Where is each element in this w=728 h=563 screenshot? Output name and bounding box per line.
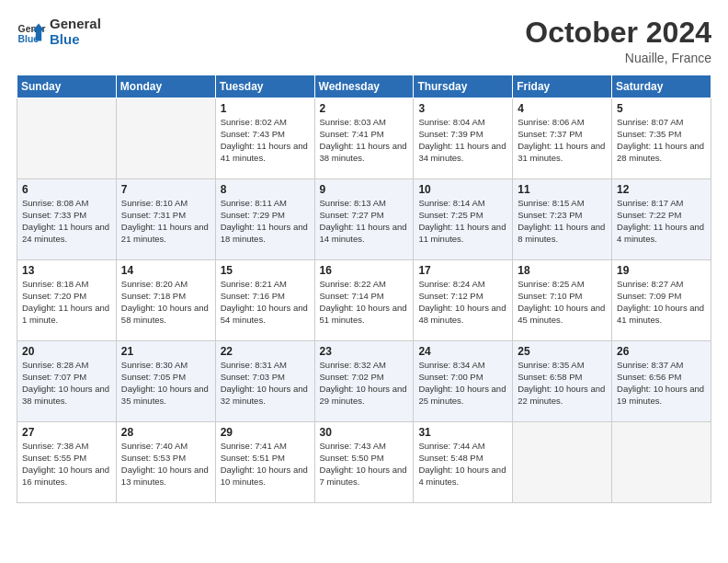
page: General Blue General Blue October 2024 N… bbox=[0, 0, 728, 563]
day-detail: Sunrise: 8:04 AM Sunset: 7:39 PM Dayligh… bbox=[418, 117, 507, 164]
calendar-week-row: 20Sunrise: 8:28 AM Sunset: 7:07 PM Dayli… bbox=[17, 341, 711, 422]
calendar-cell: 21Sunrise: 8:30 AM Sunset: 7:05 PM Dayli… bbox=[116, 341, 215, 422]
day-number: 14 bbox=[121, 264, 210, 277]
day-detail: Sunrise: 8:03 AM Sunset: 7:41 PM Dayligh… bbox=[320, 117, 409, 164]
calendar-cell: 25Sunrise: 8:35 AM Sunset: 6:58 PM Dayli… bbox=[513, 341, 612, 422]
weekday-row: SundayMondayTuesdayWednesdayThursdayFrid… bbox=[17, 75, 711, 98]
day-detail: Sunrise: 8:02 AM Sunset: 7:43 PM Dayligh… bbox=[221, 117, 310, 164]
day-number: 17 bbox=[418, 264, 507, 277]
day-number: 16 bbox=[320, 264, 409, 277]
day-detail: Sunrise: 7:41 AM Sunset: 5:51 PM Dayligh… bbox=[221, 441, 310, 488]
day-number: 25 bbox=[518, 345, 607, 358]
calendar-cell: 7Sunrise: 8:10 AM Sunset: 7:31 PM Daylig… bbox=[116, 179, 215, 260]
logo-blue: Blue bbox=[50, 32, 101, 48]
day-detail: Sunrise: 8:22 AM Sunset: 7:14 PM Dayligh… bbox=[320, 279, 409, 326]
day-number: 29 bbox=[221, 426, 310, 439]
calendar-cell: 4Sunrise: 8:06 AM Sunset: 7:37 PM Daylig… bbox=[513, 98, 612, 179]
day-detail: Sunrise: 8:25 AM Sunset: 7:10 PM Dayligh… bbox=[518, 279, 607, 326]
day-number: 2 bbox=[320, 102, 409, 115]
calendar-header: SundayMondayTuesdayWednesdayThursdayFrid… bbox=[17, 75, 711, 98]
day-number: 18 bbox=[518, 264, 607, 277]
calendar-cell: 8Sunrise: 8:11 AM Sunset: 7:29 PM Daylig… bbox=[215, 179, 314, 260]
calendar-cell: 28Sunrise: 7:40 AM Sunset: 5:53 PM Dayli… bbox=[116, 422, 215, 503]
day-number: 20 bbox=[22, 345, 111, 358]
calendar-cell: 24Sunrise: 8:34 AM Sunset: 7:00 PM Dayli… bbox=[414, 341, 513, 422]
weekday-header-wednesday: Wednesday bbox=[314, 75, 414, 98]
logo-general: General bbox=[50, 17, 101, 32]
calendar-cell bbox=[17, 98, 117, 179]
calendar-cell bbox=[612, 422, 711, 503]
calendar-cell: 18Sunrise: 8:25 AM Sunset: 7:10 PM Dayli… bbox=[513, 260, 612, 341]
calendar-cell: 29Sunrise: 7:41 AM Sunset: 5:51 PM Dayli… bbox=[215, 422, 314, 503]
day-detail: Sunrise: 8:10 AM Sunset: 7:31 PM Dayligh… bbox=[121, 198, 210, 245]
day-number: 15 bbox=[221, 264, 310, 277]
day-number: 12 bbox=[617, 183, 706, 196]
calendar-week-row: 1Sunrise: 8:02 AM Sunset: 7:43 PM Daylig… bbox=[17, 98, 711, 179]
day-number: 24 bbox=[418, 345, 507, 358]
day-detail: Sunrise: 8:14 AM Sunset: 7:25 PM Dayligh… bbox=[418, 198, 507, 245]
day-detail: Sunrise: 8:06 AM Sunset: 7:37 PM Dayligh… bbox=[518, 117, 607, 164]
day-number: 19 bbox=[617, 264, 706, 277]
day-number: 8 bbox=[221, 183, 310, 196]
day-detail: Sunrise: 8:24 AM Sunset: 7:12 PM Dayligh… bbox=[418, 279, 507, 326]
calendar-cell: 13Sunrise: 8:18 AM Sunset: 7:20 PM Dayli… bbox=[17, 260, 117, 341]
weekday-header-sunday: Sunday bbox=[17, 75, 117, 98]
calendar-cell: 10Sunrise: 8:14 AM Sunset: 7:25 PM Dayli… bbox=[414, 179, 513, 260]
day-number: 3 bbox=[418, 102, 507, 115]
calendar-cell: 22Sunrise: 8:31 AM Sunset: 7:03 PM Dayli… bbox=[215, 341, 314, 422]
day-detail: Sunrise: 8:11 AM Sunset: 7:29 PM Dayligh… bbox=[221, 198, 310, 245]
calendar-cell: 26Sunrise: 8:37 AM Sunset: 6:56 PM Dayli… bbox=[612, 341, 711, 422]
calendar-cell: 6Sunrise: 8:08 AM Sunset: 7:33 PM Daylig… bbox=[17, 179, 117, 260]
location-subtitle: Nuaille, France bbox=[525, 51, 711, 65]
calendar-cell: 17Sunrise: 8:24 AM Sunset: 7:12 PM Dayli… bbox=[414, 260, 513, 341]
day-detail: Sunrise: 8:15 AM Sunset: 7:23 PM Dayligh… bbox=[518, 198, 607, 245]
calendar-body: 1Sunrise: 8:02 AM Sunset: 7:43 PM Daylig… bbox=[17, 98, 711, 503]
day-detail: Sunrise: 8:18 AM Sunset: 7:20 PM Dayligh… bbox=[22, 279, 111, 326]
calendar-cell: 27Sunrise: 7:38 AM Sunset: 5:55 PM Dayli… bbox=[17, 422, 117, 503]
day-detail: Sunrise: 8:07 AM Sunset: 7:35 PM Dayligh… bbox=[617, 117, 706, 164]
day-detail: Sunrise: 8:30 AM Sunset: 7:05 PM Dayligh… bbox=[121, 360, 210, 407]
day-number: 31 bbox=[418, 426, 507, 439]
day-detail: Sunrise: 8:37 AM Sunset: 6:56 PM Dayligh… bbox=[617, 360, 706, 407]
day-number: 5 bbox=[617, 102, 706, 115]
day-detail: Sunrise: 8:17 AM Sunset: 7:22 PM Dayligh… bbox=[617, 198, 706, 245]
day-detail: Sunrise: 7:43 AM Sunset: 5:50 PM Dayligh… bbox=[320, 441, 409, 488]
calendar-cell: 30Sunrise: 7:43 AM Sunset: 5:50 PM Dayli… bbox=[314, 422, 414, 503]
calendar-week-row: 27Sunrise: 7:38 AM Sunset: 5:55 PM Dayli… bbox=[17, 422, 711, 503]
day-number: 30 bbox=[320, 426, 409, 439]
calendar-cell: 15Sunrise: 8:21 AM Sunset: 7:16 PM Dayli… bbox=[215, 260, 314, 341]
day-number: 9 bbox=[320, 183, 409, 196]
day-number: 13 bbox=[22, 264, 111, 277]
day-number: 23 bbox=[320, 345, 409, 358]
calendar-week-row: 13Sunrise: 8:18 AM Sunset: 7:20 PM Dayli… bbox=[17, 260, 711, 341]
day-number: 27 bbox=[22, 426, 111, 439]
day-number: 21 bbox=[121, 345, 210, 358]
day-detail: Sunrise: 8:34 AM Sunset: 7:00 PM Dayligh… bbox=[418, 360, 507, 407]
day-number: 7 bbox=[121, 183, 210, 196]
calendar-table: SundayMondayTuesdayWednesdayThursdayFrid… bbox=[17, 75, 711, 503]
calendar-cell bbox=[513, 422, 612, 503]
calendar-week-row: 6Sunrise: 8:08 AM Sunset: 7:33 PM Daylig… bbox=[17, 179, 711, 260]
calendar-cell: 16Sunrise: 8:22 AM Sunset: 7:14 PM Dayli… bbox=[314, 260, 414, 341]
day-number: 10 bbox=[418, 183, 507, 196]
calendar-cell bbox=[116, 98, 215, 179]
day-detail: Sunrise: 8:32 AM Sunset: 7:02 PM Dayligh… bbox=[320, 360, 409, 407]
weekday-header-saturday: Saturday bbox=[612, 75, 711, 98]
day-number: 11 bbox=[518, 183, 607, 196]
day-number: 26 bbox=[617, 345, 706, 358]
day-detail: Sunrise: 8:28 AM Sunset: 7:07 PM Dayligh… bbox=[22, 360, 111, 407]
logo-icon: General Blue bbox=[17, 17, 46, 47]
calendar-cell: 9Sunrise: 8:13 AM Sunset: 7:27 PM Daylig… bbox=[314, 179, 414, 260]
calendar-cell: 3Sunrise: 8:04 AM Sunset: 7:39 PM Daylig… bbox=[414, 98, 513, 179]
month-title: October 2024 bbox=[525, 17, 711, 49]
day-detail: Sunrise: 7:40 AM Sunset: 5:53 PM Dayligh… bbox=[121, 441, 210, 488]
calendar-cell: 31Sunrise: 7:44 AM Sunset: 5:48 PM Dayli… bbox=[414, 422, 513, 503]
calendar-cell: 1Sunrise: 8:02 AM Sunset: 7:43 PM Daylig… bbox=[215, 98, 314, 179]
calendar-cell: 2Sunrise: 8:03 AM Sunset: 7:41 PM Daylig… bbox=[314, 98, 414, 179]
day-number: 4 bbox=[518, 102, 607, 115]
day-detail: Sunrise: 7:38 AM Sunset: 5:55 PM Dayligh… bbox=[22, 441, 111, 488]
calendar-cell: 5Sunrise: 8:07 AM Sunset: 7:35 PM Daylig… bbox=[612, 98, 711, 179]
weekday-header-tuesday: Tuesday bbox=[215, 75, 314, 98]
weekday-header-friday: Friday bbox=[513, 75, 612, 98]
calendar-cell: 11Sunrise: 8:15 AM Sunset: 7:23 PM Dayli… bbox=[513, 179, 612, 260]
